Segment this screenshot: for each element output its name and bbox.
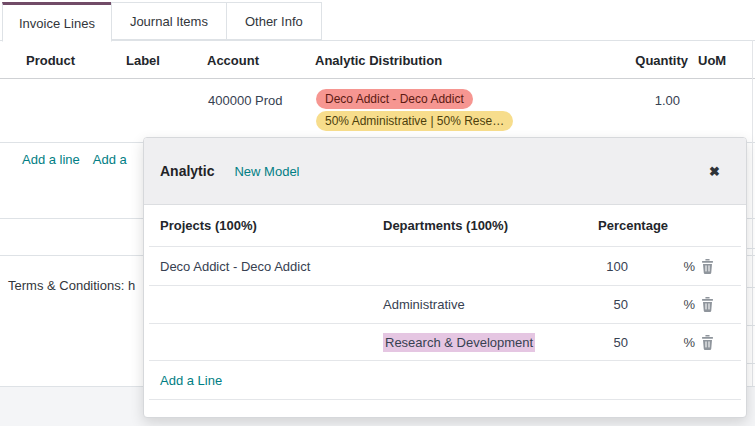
totals-row-divider xyxy=(747,287,755,288)
percentage-value[interactable]: 50 xyxy=(598,297,628,312)
column-header-percentage: Percentage xyxy=(598,218,695,233)
popup-add-a-line-link[interactable]: Add a Line xyxy=(160,373,222,388)
analytic-tag-project[interactable]: Deco Addict - Deco Addict xyxy=(316,89,473,109)
invoice-form-screen: Invoice Lines Journal Items Other Info P… xyxy=(0,0,755,426)
new-model-link[interactable]: New Model xyxy=(234,164,299,179)
tab-other-info[interactable]: Other Info xyxy=(226,2,322,40)
department-cell-highlighted[interactable]: Research & Development xyxy=(383,333,535,352)
column-header-label: Label xyxy=(126,53,160,68)
trash-icon[interactable] xyxy=(701,297,714,312)
content-right-border xyxy=(752,40,753,386)
column-header-departments: Departments (100%) xyxy=(383,218,598,233)
account-cell[interactable]: 400000 Prod xyxy=(208,93,282,108)
close-icon[interactable]: ✖ xyxy=(709,165,720,178)
tab-invoice-lines[interactable]: Invoice Lines xyxy=(2,2,112,42)
analytic-add-line-row: Add a Line xyxy=(149,361,741,400)
quantity-cell[interactable]: 1.00 xyxy=(620,93,680,108)
totals-row-divider xyxy=(747,248,755,249)
column-header-uom: UoM xyxy=(698,53,726,68)
analytic-popup-header: Analytic New Model ✖ xyxy=(144,138,746,205)
notebook-tabs: Invoice Lines Journal Items Other Info xyxy=(2,2,322,42)
add-a-section-link[interactable]: Add a xyxy=(93,152,127,167)
project-cell[interactable]: Deco Addict - Deco Addict xyxy=(160,259,383,274)
table-footer-links: Add a line Add a xyxy=(22,152,127,167)
department-cell[interactable]: Administrative xyxy=(383,297,598,312)
add-a-line-link[interactable]: Add a line xyxy=(22,152,80,167)
percentage-value[interactable]: 100 xyxy=(598,259,628,274)
percent-sign: % xyxy=(628,335,695,350)
percent-sign: % xyxy=(628,259,695,274)
analytic-row-project: Deco Addict - Deco Addict 100 % xyxy=(149,247,741,286)
analytic-table-header: Projects (100%) Departments (100%) Perce… xyxy=(149,205,741,247)
analytic-table: Projects (100%) Departments (100%) Perce… xyxy=(149,205,741,400)
popup-title: Analytic xyxy=(160,163,214,179)
analytic-row-department: Administrative 50 % xyxy=(149,286,741,324)
totals-row-divider xyxy=(747,363,755,364)
column-header-projects: Projects (100%) xyxy=(160,218,383,233)
column-header-account: Account xyxy=(207,53,259,68)
analytic-tag-departments[interactable]: 50% Administrative | 50% Rese… xyxy=(316,111,513,131)
terms-and-conditions-text: Terms & Conditions: h xyxy=(8,278,135,293)
table-header-divider xyxy=(0,78,755,79)
column-header-quantity: Quantity xyxy=(630,53,688,68)
tab-journal-items[interactable]: Journal Items xyxy=(111,2,227,40)
department-cell[interactable]: Research & Development xyxy=(383,335,598,350)
analytic-popup: Analytic New Model ✖ Projects (100%) Dep… xyxy=(143,137,747,418)
percent-sign: % xyxy=(628,297,695,312)
column-header-product: Product xyxy=(26,53,75,68)
percentage-value[interactable]: 50 xyxy=(598,335,628,350)
trash-icon[interactable] xyxy=(701,335,714,350)
column-header-analytic-distribution: Analytic Distribution xyxy=(315,53,442,68)
totals-row-divider xyxy=(747,325,755,326)
trash-icon[interactable] xyxy=(701,259,714,274)
analytic-row-department: Research & Development 50 % xyxy=(149,324,741,361)
